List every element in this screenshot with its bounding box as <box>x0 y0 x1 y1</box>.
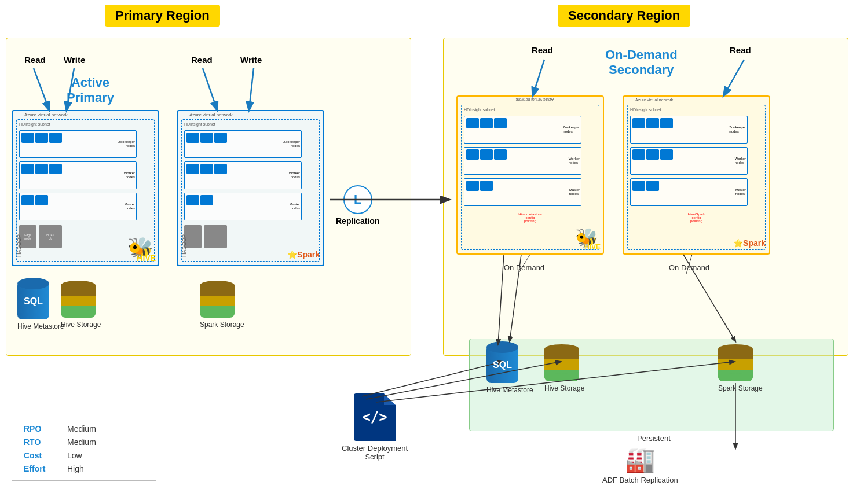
read-label-3: Read <box>532 45 553 55</box>
persistent-label: Persistent <box>637 434 671 443</box>
info-row-effort: Effort High <box>24 464 144 473</box>
spark-storage-secondary: Spark Storage <box>718 344 763 392</box>
sql-icon-primary: SQL Hive Metastore <box>17 284 64 330</box>
read-label-4: Read <box>730 45 751 55</box>
write-label-1: Write <box>64 55 85 65</box>
hive-storage-secondary: Hive Storage <box>544 344 584 392</box>
cluster-spark-secondary: Azure virtual network HDInsight subnet Z… <box>623 95 770 255</box>
info-row-rpo: RPO Medium <box>24 424 144 433</box>
cluster-hive-primary: Azure virtual network HDInsight subnet Z… <box>12 110 159 266</box>
cluster-deployment-script: </> Cluster Deployment Script <box>342 393 408 461</box>
sql-icon-secondary: SQL Hive Metastore <box>486 347 533 394</box>
replication-label: Replication <box>336 216 379 226</box>
on-demand-label-1: On Demand <box>504 263 544 272</box>
on-demand-label-2: On Demand <box>669 263 709 272</box>
replication-section: L Replication <box>336 185 379 226</box>
cluster-hive-secondary: Azure virtual network HDInsight subnet Z… <box>456 95 604 255</box>
cluster-spark-primary: Azure virtual network HDInsight subnet Z… <box>177 110 324 266</box>
info-row-cost: Cost Low <box>24 451 144 460</box>
adf-icon: 🏭 ADF Batch Replication <box>602 446 678 484</box>
spark-storage-primary: Spark Storage <box>200 281 244 329</box>
read-label-1: Read <box>24 55 46 65</box>
spark-logo-1: ⭐Spark <box>287 250 320 259</box>
active-primary-label: Active Primary <box>67 75 114 106</box>
read-label-2: Read <box>191 55 213 65</box>
info-box: RPO Medium RTO Medium Cost Low Effort Hi… <box>12 417 156 481</box>
replication-circle: L <box>343 185 372 214</box>
on-demand-secondary-label: On-Demand Secondary <box>605 47 678 78</box>
hive-storage-primary: Hive Storage <box>61 281 101 329</box>
primary-region-label: Primary Region <box>105 5 220 27</box>
info-row-rto: RTO Medium <box>24 437 144 447</box>
diagram-container: Primary Region Secondary Region Read Wri… <box>0 0 860 504</box>
write-label-2: Write <box>240 55 262 65</box>
secondary-region-label: Secondary Region <box>558 5 690 27</box>
spark-logo-2: ⭐Spark <box>733 238 766 248</box>
